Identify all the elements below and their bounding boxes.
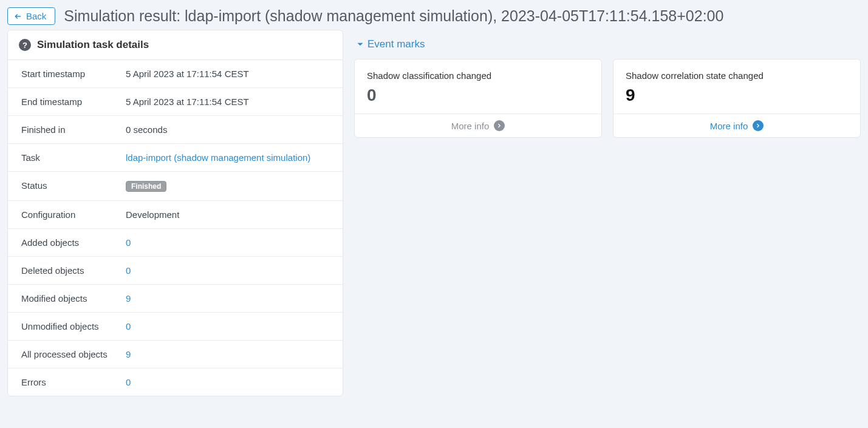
row-deleted-objects: Deleted objects 0 — [8, 257, 343, 285]
page-title: Simulation result: ldap-import (shadow m… — [64, 7, 723, 25]
help-icon[interactable]: ? — [19, 39, 31, 51]
more-info-label: More info — [451, 121, 490, 131]
value-deleted-objects[interactable]: 0 — [126, 265, 131, 276]
label-start-timestamp: Start timestamp — [21, 69, 126, 79]
row-status: Status Finished — [8, 172, 343, 201]
more-info-button[interactable]: More info — [613, 114, 860, 137]
arrow-right-circle-icon — [494, 120, 505, 131]
simulation-details-card: ? Simulation task details Start timestam… — [7, 30, 343, 396]
label-modified-objects: Modified objects — [21, 293, 126, 304]
row-all-processed-objects: All processed objects 9 — [8, 341, 343, 369]
event-mark-title: Shadow classification changed — [367, 70, 589, 81]
row-end-timestamp: End timestamp 5 April 2023 at 17:11:54 C… — [8, 88, 343, 116]
arrow-right-circle-icon — [753, 120, 764, 131]
event-mark-title: Shadow correlation state changed — [626, 70, 848, 81]
simulation-details-header: ? Simulation task details — [8, 30, 343, 60]
value-all-processed-objects[interactable]: 9 — [126, 349, 131, 359]
value-added-objects[interactable]: 0 — [126, 237, 131, 248]
simulation-details-title: Simulation task details — [37, 39, 149, 51]
row-unmodified-objects: Unmodified objects 0 — [8, 313, 343, 341]
value-modified-objects[interactable]: 9 — [126, 293, 131, 304]
event-mark-card: Shadow classification changed0More info — [354, 59, 602, 138]
row-start-timestamp: Start timestamp 5 April 2023 at 17:11:54… — [8, 60, 343, 88]
label-status: Status — [21, 180, 126, 192]
label-added-objects: Added objects — [21, 237, 126, 248]
row-errors: Errors 0 — [8, 369, 343, 396]
row-finished-in: Finished in 0 seconds — [8, 116, 343, 144]
label-configuration: Configuration — [21, 209, 126, 220]
value-errors[interactable]: 0 — [126, 377, 131, 387]
event-marks-panel: Event marks Shadow classification change… — [354, 30, 861, 396]
value-task-link[interactable]: ldap-import (shadow management simulatio… — [126, 152, 310, 163]
label-deleted-objects: Deleted objects — [21, 265, 126, 276]
event-mark-count: 0 — [367, 86, 589, 105]
back-button[interactable]: Back — [7, 7, 55, 25]
row-configuration: Configuration Development — [8, 201, 343, 229]
event-mark-count: 9 — [626, 86, 848, 105]
more-info-label: More info — [710, 121, 748, 131]
event-marks-toggle[interactable]: Event marks — [354, 30, 861, 59]
label-task: Task — [21, 152, 126, 163]
label-end-timestamp: End timestamp — [21, 97, 126, 107]
value-configuration: Development — [126, 209, 179, 220]
label-all-processed-objects: All processed objects — [21, 349, 126, 359]
event-mark-card: Shadow correlation state changed9More in… — [613, 59, 861, 138]
label-errors: Errors — [21, 377, 126, 387]
value-unmodified-objects[interactable]: 0 — [126, 321, 131, 331]
back-button-label: Back — [26, 11, 46, 21]
value-start-timestamp: 5 April 2023 at 17:11:54 CEST — [126, 69, 249, 79]
label-unmodified-objects: Unmodified objects — [21, 321, 126, 331]
row-added-objects: Added objects 0 — [8, 229, 343, 257]
more-info-button: More info — [355, 114, 601, 137]
label-finished-in: Finished in — [21, 124, 126, 135]
event-marks-title: Event marks — [367, 38, 425, 50]
row-task: Task ldap-import (shadow management simu… — [8, 144, 343, 172]
value-end-timestamp: 5 April 2023 at 17:11:54 CEST — [126, 97, 249, 107]
status-badge: Finished — [126, 181, 166, 192]
caret-down-icon — [357, 41, 364, 48]
row-modified-objects: Modified objects 9 — [8, 285, 343, 313]
value-finished-in: 0 seconds — [126, 124, 167, 135]
arrow-left-icon — [14, 12, 22, 21]
value-status: Finished — [126, 180, 166, 192]
